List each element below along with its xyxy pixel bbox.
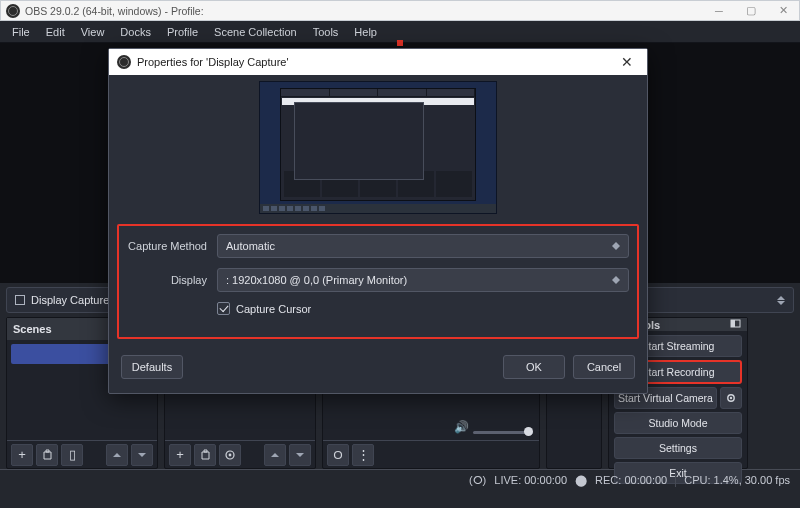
menu-file[interactable]: File (4, 23, 38, 41)
status-live: LIVE: 00:00:00 (494, 474, 567, 486)
scene-down-button[interactable] (131, 444, 153, 466)
broadcast-icon: (ⵔ) (469, 474, 486, 487)
dialog-close-button[interactable]: ✕ (615, 52, 639, 72)
menu-view[interactable]: View (73, 23, 113, 41)
dock-icon[interactable] (730, 318, 741, 331)
settings-button[interactable]: Settings (614, 437, 742, 459)
resize-handle-top[interactable] (397, 40, 403, 46)
menu-docks[interactable]: Docks (112, 23, 159, 41)
obs-small-icon (117, 55, 131, 69)
mixer-settings-button[interactable] (327, 444, 349, 466)
window-title: OBS 29.0.2 (64-bit, windows) - Profile: (25, 5, 204, 17)
dialog-preview (109, 75, 647, 220)
mixer-menu-button[interactable]: ⋮ (352, 444, 374, 466)
capture-method-label: Capture Method (127, 240, 207, 252)
capture-cursor-label: Capture Cursor (236, 303, 311, 315)
status-cpu: CPU: 1.4%, 30.00 fps (684, 474, 790, 486)
source-down-button[interactable] (289, 444, 311, 466)
remove-scene-button[interactable] (36, 444, 58, 466)
svg-rect-4 (731, 320, 735, 327)
close-window-button[interactable]: ✕ (767, 1, 799, 20)
speaker-icon: 🔊 (454, 420, 469, 434)
dialog-titlebar[interactable]: Properties for 'Display Capture' ✕ (109, 49, 647, 75)
dialog-form-highlight: Capture Method Automatic Display : 1920x… (117, 224, 639, 339)
volume-slider[interactable] (473, 431, 533, 434)
status-rec: REC: 00:00:00 (595, 474, 667, 486)
ok-button[interactable]: OK (503, 355, 565, 379)
remove-source-button[interactable] (194, 444, 216, 466)
display-select[interactable]: : 1920x1080 @ 0,0 (Primary Monitor) (217, 268, 629, 292)
titlebar: OBS 29.0.2 (64-bit, windows) - Profile: … (0, 0, 800, 21)
scene-filter-button[interactable]: ▯ (61, 444, 83, 466)
menu-edit[interactable]: Edit (38, 23, 73, 41)
defaults-button[interactable]: Defaults (121, 355, 183, 379)
menu-scene-collection[interactable]: Scene Collection (206, 23, 305, 41)
properties-dialog: Properties for 'Display Capture' ✕ Captu… (108, 48, 648, 394)
capture-cursor-checkbox[interactable] (217, 302, 230, 315)
maximize-button[interactable]: ▢ (735, 1, 767, 20)
scenes-header: Scenes (13, 323, 52, 335)
studio-mode-button[interactable]: Studio Mode (614, 412, 742, 434)
menu-profile[interactable]: Profile (159, 23, 206, 41)
minimize-button[interactable]: ─ (703, 1, 735, 20)
capture-method-select[interactable]: Automatic (217, 234, 629, 258)
scene-up-button[interactable] (106, 444, 128, 466)
preview-thumbnail (259, 81, 497, 214)
add-scene-button[interactable]: + (11, 444, 33, 466)
svg-point-6 (730, 397, 732, 399)
menu-tools[interactable]: Tools (305, 23, 347, 41)
display-label: Display (127, 274, 207, 286)
cancel-button[interactable]: Cancel (573, 355, 635, 379)
add-source-button[interactable]: + (169, 444, 191, 466)
menu-help[interactable]: Help (346, 23, 385, 41)
virtual-camera-settings-button[interactable] (720, 387, 742, 409)
source-props-button[interactable] (219, 444, 241, 466)
svg-point-2 (335, 451, 342, 458)
record-icon: ⬤ (575, 474, 587, 487)
source-up-button[interactable] (264, 444, 286, 466)
svg-point-1 (229, 453, 232, 456)
dialog-title: Properties for 'Display Capture' (137, 56, 289, 68)
obs-app-icon (6, 4, 20, 18)
status-divider (675, 473, 676, 487)
display-icon (15, 295, 25, 305)
